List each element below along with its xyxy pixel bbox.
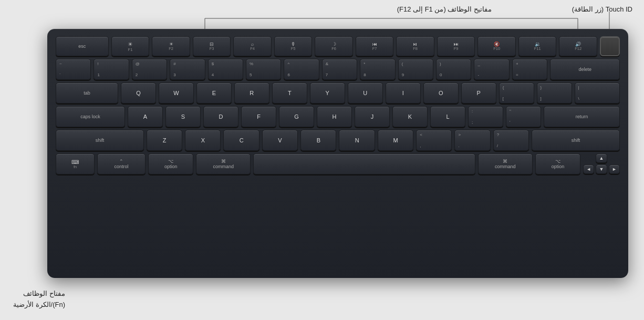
key-return[interactable]: return	[544, 106, 620, 127]
key-minus[interactable]: _ -	[474, 59, 509, 80]
key-t[interactable]: T	[272, 82, 307, 104]
key-f10[interactable]: 🔇 F10	[477, 36, 516, 56]
label-touch-id: Touch ID (زر الطاقة)	[572, 5, 632, 13]
key-f1[interactable]: ☀ F1	[111, 36, 150, 56]
key-fn-globe[interactable]: ⌨ fn	[56, 153, 95, 174]
key-8[interactable]: * 8	[360, 59, 395, 80]
key-lbracket[interactable]: { [	[499, 82, 534, 104]
key-9[interactable]: ( 9	[398, 59, 433, 80]
bottom-row: ⌨ fn ⌃ control ⌥ option ⌘ command ⌘ comm…	[56, 153, 620, 174]
key-w[interactable]: W	[159, 82, 194, 104]
key-esc[interactable]: esc	[56, 36, 109, 56]
key-backslash[interactable]: | \	[575, 82, 620, 104]
qwerty-row: tab Q W E R T Y U I O P { [ } ] | \	[56, 82, 620, 104]
key-f12[interactable]: 🔊 F12	[559, 36, 597, 56]
key-i[interactable]: I	[386, 82, 421, 104]
number-row: ~ ` ! 1 @ 2 # 3 $ 4 % 5	[56, 59, 620, 80]
key-f7[interactable]: ⏮ F7	[356, 36, 394, 56]
key-0[interactable]: ) 0	[436, 59, 471, 80]
fn-key-row: esc ☀ F1 ☀ F2 ⊟ F3 ⌕ F4 🎙 F5	[56, 36, 620, 56]
key-shift-right[interactable]: shift	[532, 130, 620, 151]
key-spacebar[interactable]	[253, 153, 475, 174]
key-2[interactable]: @ 2	[132, 59, 167, 80]
key-r[interactable]: R	[234, 82, 269, 104]
key-arrow-up[interactable]: ▲	[596, 153, 608, 163]
key-delete[interactable]: delete	[550, 59, 620, 80]
key-n[interactable]: N	[339, 130, 375, 151]
key-d[interactable]: D	[203, 106, 238, 127]
key-command-left[interactable]: ⌘ command	[196, 153, 251, 174]
key-option-left[interactable]: ⌥ option	[148, 153, 193, 174]
asdf-row: caps lock A S D F G H J K L : ; " ' retu…	[56, 106, 620, 127]
key-3[interactable]: # 3	[170, 59, 205, 80]
key-touch-id[interactable]	[600, 36, 620, 56]
key-7[interactable]: & 7	[322, 59, 357, 80]
arrow-top: ▲	[583, 153, 620, 163]
key-1[interactable]: ! 1	[94, 59, 129, 80]
key-f6[interactable]: ☽ F6	[315, 36, 353, 56]
key-option-right[interactable]: ⌥ option	[535, 153, 580, 174]
key-6[interactable]: ^ 6	[284, 59, 319, 80]
key-h[interactable]: H	[317, 106, 352, 127]
key-j[interactable]: J	[355, 106, 390, 127]
key-y[interactable]: Y	[310, 82, 345, 104]
label-fn-globe: مفتاح الوظائف (Fn)/الكرة الأرضية	[13, 288, 65, 311]
key-caps-lock[interactable]: caps lock	[56, 106, 125, 127]
key-4[interactable]: $ 4	[208, 59, 243, 80]
key-shift-left[interactable]: shift	[56, 130, 144, 151]
key-semicolon[interactable]: : ;	[468, 106, 503, 127]
arrow-cluster: ▲ ◄ ▼ ►	[583, 153, 620, 174]
key-f4[interactable]: ⌕ F4	[233, 36, 272, 56]
key-f11[interactable]: 🔉 F11	[518, 36, 557, 56]
key-v[interactable]: V	[262, 130, 298, 151]
key-o[interactable]: O	[423, 82, 459, 104]
key-command-right[interactable]: ⌘ command	[478, 153, 533, 174]
key-x[interactable]: X	[185, 130, 221, 151]
key-control[interactable]: ⌃ control	[97, 153, 146, 174]
key-f[interactable]: F	[241, 106, 276, 127]
key-u[interactable]: U	[348, 82, 383, 104]
key-comma[interactable]: < ,	[416, 130, 452, 151]
key-f3[interactable]: ⊟ F3	[193, 36, 231, 56]
key-p[interactable]: P	[461, 82, 496, 104]
key-tab[interactable]: tab	[56, 82, 118, 104]
key-b[interactable]: B	[300, 130, 336, 151]
key-rbracket[interactable]: } ]	[537, 82, 572, 104]
key-arrow-down[interactable]: ▼	[596, 164, 607, 174]
keyboard: esc ☀ F1 ☀ F2 ⊟ F3 ⌕ F4 🎙 F5	[47, 29, 628, 278]
key-s[interactable]: S	[165, 106, 201, 127]
key-l[interactable]: L	[430, 106, 465, 127]
key-a[interactable]: A	[128, 106, 163, 127]
key-q[interactable]: Q	[121, 82, 156, 104]
key-quote[interactable]: " '	[506, 106, 541, 127]
key-period[interactable]: > .	[454, 130, 490, 151]
label-function-keys: مفاتيح الوظائف (من F1 إلى F12)	[397, 5, 492, 13]
key-slash[interactable]: ? /	[493, 130, 529, 151]
arrow-bottom: ◄ ▼ ►	[583, 164, 620, 174]
key-5[interactable]: % 5	[246, 59, 281, 80]
key-f9[interactable]: ⏭ F9	[437, 36, 475, 56]
key-equals[interactable]: + =	[512, 59, 547, 80]
key-e[interactable]: E	[196, 82, 232, 104]
key-arrow-right[interactable]: ►	[609, 164, 620, 174]
scene: Touch ID (زر الطاقة) مفاتيح الوظائف (من …	[0, 0, 644, 320]
key-k[interactable]: K	[392, 106, 428, 127]
key-m[interactable]: M	[378, 130, 413, 151]
key-z[interactable]: Z	[147, 130, 182, 151]
key-c[interactable]: C	[223, 130, 259, 151]
key-g[interactable]: G	[279, 106, 314, 127]
key-f2[interactable]: ☀ F2	[152, 36, 190, 56]
key-f5[interactable]: 🎙 F5	[274, 36, 313, 56]
key-arrow-left[interactable]: ◄	[583, 164, 594, 174]
zxcv-row: shift Z X C V B N M < , > . ? / shift	[56, 130, 620, 151]
key-backtick[interactable]: ~ `	[56, 59, 91, 80]
key-f8[interactable]: ⏯ F8	[396, 36, 434, 56]
